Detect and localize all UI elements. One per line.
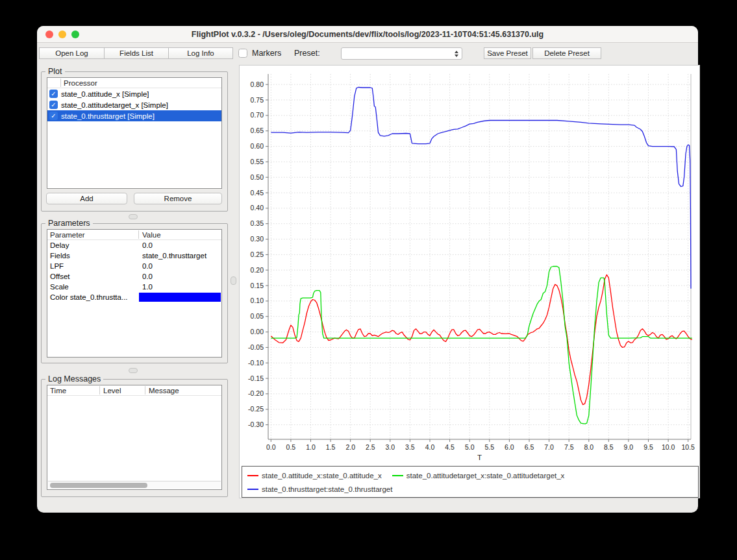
svg-text:0.10: 0.10 [251,297,264,304]
title-bar[interactable]: FlightPlot v.0.3.2 - /Users/oleg/Documen… [37,26,698,43]
vertical-splitter-handle[interactable] [231,276,236,285]
svg-text:0.75: 0.75 [251,96,264,104]
svg-text:0.65: 0.65 [251,127,264,134]
processor-row-label: state_0.thrusttarget [Simple] [61,112,155,120]
svg-text:7.0: 7.0 [544,443,554,451]
delete-preset-button[interactable]: Delete Preset [532,47,601,59]
svg-text:0.20: 0.20 [251,266,264,274]
parameter-name: Scale [50,282,69,292]
svg-text:1.5: 1.5 [326,443,336,451]
svg-text:-0.20: -0.20 [248,389,264,397]
parameter-row[interactable]: Offset 0.0 [47,271,221,282]
parameter-row[interactable]: Delay 0.0 [47,240,221,250]
parameters-table[interactable]: Parameter Value Delay 0.0 Fields state_0… [47,229,222,358]
parameter-row[interactable]: Fields state_0.thrusttarget [47,250,221,261]
splitter-handle[interactable] [129,368,138,373]
markers-checkbox[interactable] [238,49,247,58]
svg-text:-0.10: -0.10 [248,359,264,367]
processor-row[interactable]: ✓ state_0.attitude_x [Simple] [47,88,221,99]
parameter-name: Delay [50,240,69,250]
legend-item: state_0.attitudetarget_x:state_0.attitud… [392,472,565,480]
parameter-column-header: Parameter [50,230,85,240]
processor-column-header: Processor [64,78,97,88]
scrollbar-thumb[interactable] [50,483,147,488]
parameter-name: Offset [50,271,69,282]
svg-text:8.0: 8.0 [584,443,593,451]
log-messages-groupbox-title: Log Messages [45,374,103,383]
open-log-button[interactable]: Open Log [39,47,105,59]
processor-row-label: state_0.attitudetarget_x [Simple] [61,101,168,109]
svg-text:6.0: 6.0 [505,443,514,451]
svg-text:6.5: 6.5 [525,443,534,451]
checkbox-checked-icon[interactable]: ✓ [49,90,58,98]
parameter-value[interactable]: 0.0 [142,261,153,271]
svg-text:0.55: 0.55 [251,158,264,165]
preset-label: Preset: [294,49,320,58]
svg-text:0.5: 0.5 [286,443,296,451]
log-messages-table[interactable]: Time Level Message [47,385,222,490]
svg-text:5.5: 5.5 [484,443,494,451]
plot-groupbox: Plot Processor ✓ state_0.attitude_x [Sim… [41,71,228,212]
processor-table-header: Processor [47,78,221,88]
parameters-groupbox-title: Parameters [45,219,93,228]
parameter-row[interactable]: LPF 0.0 [47,261,221,271]
svg-text:-0.30: -0.30 [248,420,264,428]
parameter-value[interactable]: state_0.thrusttarget [142,250,206,261]
log-table-header: Time Level Message [47,385,221,396]
save-preset-button[interactable]: Save Preset [484,47,531,59]
parameters-table-header: Parameter Value [47,230,221,240]
parameter-value[interactable]: 0.0 [142,240,153,250]
svg-text:5.0: 5.0 [465,443,475,451]
chart[interactable]: -0.30-0.25-0.20-0.15-0.10-0.050.000.050.… [240,66,699,466]
processor-table[interactable]: Processor ✓ state_0.attitude_x [Simple] … [47,77,222,189]
svg-text:9.0: 9.0 [624,443,634,451]
combo-stepper-icon [454,49,459,58]
processor-row-selected[interactable]: ✓ state_0.thrusttarget [Simple] [47,110,221,121]
remove-button[interactable]: Remove [134,193,222,204]
splitter-handle[interactable] [129,214,138,219]
fields-list-button[interactable]: Fields List [104,47,169,59]
svg-text:-0.05: -0.05 [248,343,264,351]
svg-text:10.5: 10.5 [681,443,695,451]
svg-text:0.70: 0.70 [251,111,264,119]
log-messages-groupbox: Log Messages Time Level Message [41,379,228,497]
parameter-name: Color state_0.thrustta... [50,292,128,302]
horizontal-scrollbar[interactable] [48,481,221,489]
checkbox-checked-icon[interactable]: ✓ [49,112,58,120]
svg-text:0.00: 0.00 [251,328,264,335]
chart-panel: -0.30-0.25-0.20-0.15-0.10-0.050.000.050.… [239,65,700,498]
legend-item: state_0.thrusttarget:state_0.thrusttarge… [247,485,392,493]
processor-row[interactable]: ✓ state_0.attitudetarget_x [Simple] [47,99,221,110]
svg-text:10.0: 10.0 [662,443,675,451]
svg-text:2.0: 2.0 [345,443,355,451]
message-column-header: Message [149,385,179,396]
parameter-value[interactable]: 1.0 [142,282,153,292]
svg-text:3.0: 3.0 [385,443,395,451]
svg-text:4.0: 4.0 [425,443,435,451]
parameter-row[interactable]: Scale 1.0 [47,282,221,292]
add-button[interactable]: Add [46,193,127,204]
svg-text:8.5: 8.5 [604,443,614,451]
parameters-groupbox: Parameters Parameter Value Delay 0.0 Fie… [41,223,228,363]
svg-text:0.50: 0.50 [251,173,264,181]
chart-legend: state_0.attitude_x:state_0.attitude_x st… [242,466,699,498]
svg-text:3.5: 3.5 [405,443,415,451]
level-column-header: Level [103,385,121,396]
log-info-button[interactable]: Log Info [168,47,233,59]
time-column-header: Time [50,385,66,396]
parameter-value[interactable]: 0.0 [142,271,153,282]
svg-text:0.15: 0.15 [251,282,264,289]
checkbox-checked-icon[interactable]: ✓ [49,101,58,109]
app-window: FlightPlot v.0.3.2 - /Users/oleg/Documen… [37,26,698,513]
legend-label: state_0.thrusttarget:state_0.thrusttarge… [262,485,392,493]
processor-row-label: state_0.attitude_x [Simple] [61,90,149,98]
svg-text:-0.15: -0.15 [248,374,264,382]
preset-combobox[interactable] [341,47,462,60]
legend-line-red-icon [247,475,258,476]
parameter-row-color[interactable]: Color state_0.thrustta... [47,292,221,302]
param-color-swatch[interactable] [139,293,221,302]
svg-text:0.0: 0.0 [266,443,276,451]
legend-label: state_0.attitudetarget_x:state_0.attitud… [406,472,565,480]
svg-text:0.60: 0.60 [251,142,264,150]
legend-line-blue-icon [247,489,258,490]
